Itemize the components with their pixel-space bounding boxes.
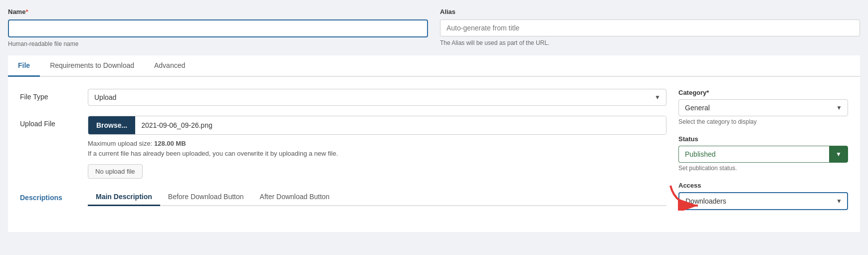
left-panel: File Type Upload ▼ Upload File Browse... [20,89,666,220]
desc-tab-main[interactable]: Main Description [88,189,160,206]
name-label: Name* [8,8,428,15]
name-label-text: Name [8,8,25,15]
overwrite-hint: If a current file has already been uploa… [88,150,338,157]
name-input[interactable]: Private File [8,19,428,37]
desc-tab-after[interactable]: After Download Button [252,189,338,206]
status-select[interactable]: Published [678,146,829,163]
max-upload-size: 128.00 MB [154,140,186,147]
category-label-text: Category [678,89,706,96]
upload-file-input-row: Browse... 2021-09-06_09-26.png [88,116,666,135]
access-field-group: Access Downloaders ▼ [678,182,848,210]
access-select[interactable]: Downloaders [678,192,848,210]
descriptions-label: Descriptions [20,189,80,202]
tab-advanced[interactable]: Advanced [144,55,195,77]
upload-file-content: Browse... 2021-09-06_09-26.png Maximum u… [88,116,666,179]
upload-info: Maximum upload size: 128.00 MB If a curr… [88,139,666,158]
category-hint: Select the category to display [678,118,848,125]
alias-hint: The Alias will be used as part of the UR… [440,39,860,46]
access-label: Access [678,182,848,189]
status-select-wrapper: Published ▼ [678,146,848,163]
upload-file-row: Upload File Browse... 2021-09-06_09-26.p… [20,116,666,179]
right-panel: Category* General ▼ Select the category … [678,89,848,220]
tab-requirements[interactable]: Requirements to Download [40,55,144,77]
file-type-content: Upload ▼ [88,89,666,106]
file-type-select-wrapper: Upload ▼ [88,89,666,106]
name-field-group: Name* Private File Human-readable file n… [8,8,428,47]
name-required-star: * [25,8,28,15]
access-select-wrapper: Downloaders ▼ [678,192,848,210]
no-upload-button[interactable]: No upload file [88,164,143,179]
upload-file-label: Upload File [20,116,80,128]
file-type-select[interactable]: Upload [88,89,666,106]
status-hint: Set publication status. [678,165,848,172]
status-field-group: Status Published ▼ Set publication statu… [678,135,848,172]
description-tabs: Main Description Before Download Button … [88,189,666,206]
desc-tab-before[interactable]: Before Download Button [160,189,252,206]
max-upload-text: Maximum upload size: [88,140,152,147]
status-label: Status [678,135,848,143]
descriptions-row: Descriptions Main Description Before Dow… [20,189,666,206]
category-select-wrapper: General ▼ [678,99,848,116]
tab-bar: File Requirements to Download Advanced [8,55,860,77]
status-chevron-button[interactable]: ▼ [829,146,848,163]
alias-input[interactable] [440,19,860,36]
tab-file[interactable]: File [8,55,40,77]
file-type-label: File Type [20,89,80,101]
file-name-display: 2021-09-06_09-26.png [135,116,666,134]
main-content: File Type Upload ▼ Upload File Browse... [8,77,860,232]
category-field-group: Category* General ▼ Select the category … [678,89,848,125]
browse-button[interactable]: Browse... [88,116,135,134]
category-label: Category* [678,89,848,96]
name-hint: Human-readable file name [8,40,428,47]
alias-label: Alias [440,8,860,15]
alias-field-group: Alias The Alias will be used as part of … [440,8,860,47]
category-select[interactable]: General [678,99,848,116]
category-required-star: * [706,89,709,96]
file-type-row: File Type Upload ▼ [20,89,666,106]
